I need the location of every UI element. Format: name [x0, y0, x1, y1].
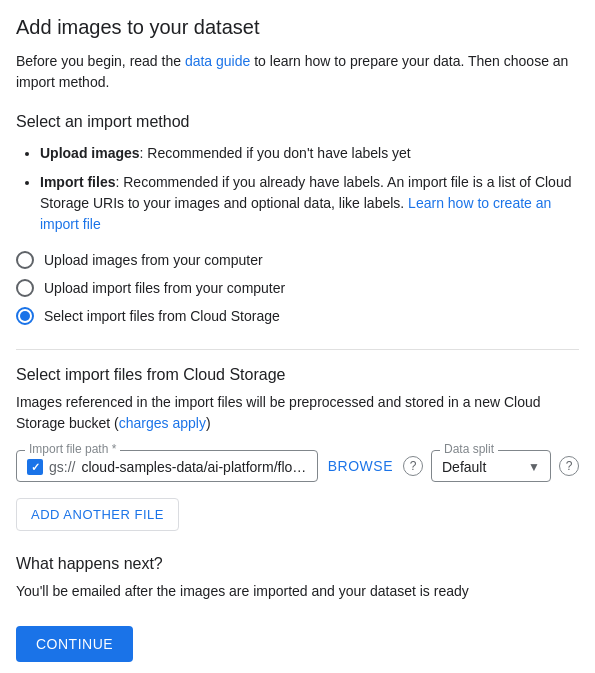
- dropdown-arrow-icon: ▼: [528, 460, 540, 474]
- bullet-import-files-label: Import files: [40, 174, 115, 190]
- radio-upload-images-indicator: [16, 251, 34, 269]
- radio-option-cloud-storage[interactable]: Select import files from Cloud Storage: [16, 307, 579, 325]
- radio-upload-import-label: Upload import files from your computer: [44, 280, 285, 296]
- bullet-import-files: Import files: Recommended if you already…: [40, 172, 579, 235]
- data-split-label: Data split: [440, 442, 498, 456]
- file-path-value: cloud-samples-data/ai-platform/flowers/f…: [81, 459, 306, 475]
- browse-button[interactable]: BROWSE: [326, 454, 395, 478]
- radio-option-upload-images[interactable]: Upload images from your computer: [16, 251, 579, 269]
- radio-option-upload-import[interactable]: Upload import files from your computer: [16, 279, 579, 297]
- charges-apply-link[interactable]: charges apply: [119, 415, 206, 431]
- file-path-help-icon[interactable]: ?: [403, 456, 423, 476]
- page-title: Add images to your dataset: [16, 16, 579, 39]
- radio-upload-images-label: Upload images from your computer: [44, 252, 263, 268]
- radio-cloud-storage-indicator: [16, 307, 34, 325]
- intro-text: Before you begin, read the data guide to…: [16, 51, 579, 93]
- method-bullets: Upload images: Recommended if you don't …: [16, 143, 579, 235]
- file-checked-icon: [27, 459, 43, 475]
- data-split-container: Data split Default ▼: [431, 450, 551, 482]
- radio-upload-import-indicator: [16, 279, 34, 297]
- select-method-title: Select an import method: [16, 113, 579, 131]
- file-path-inner: gs:// cloud-samples-data/ai-platform/flo…: [27, 459, 307, 475]
- add-another-file-button[interactable]: ADD ANOTHER FILE: [16, 498, 179, 531]
- data-guide-link[interactable]: data guide: [185, 53, 250, 69]
- section-divider: [16, 349, 579, 350]
- file-path-row: Import file path * gs:// cloud-samples-d…: [16, 450, 579, 482]
- import-method-radio-group: Upload images from your computer Upload …: [16, 251, 579, 325]
- data-split-help-icon[interactable]: ?: [559, 456, 579, 476]
- what-next-text: You'll be emailed after the images are i…: [16, 581, 579, 602]
- bullet-upload-images-label: Upload images: [40, 145, 140, 161]
- radio-cloud-storage-label: Select import files from Cloud Storage: [44, 308, 280, 324]
- gs-prefix: gs://: [49, 459, 75, 475]
- bullet-upload-images: Upload images: Recommended if you don't …: [40, 143, 579, 164]
- data-split-inner[interactable]: Default ▼: [442, 459, 540, 475]
- file-path-label: Import file path *: [25, 442, 120, 456]
- cloud-section-title: Select import files from Cloud Storage: [16, 366, 579, 384]
- what-next-title: What happens next?: [16, 555, 579, 573]
- data-split-value: Default: [442, 459, 486, 475]
- cloud-description: Images referenced in the import files wi…: [16, 392, 579, 434]
- continue-button[interactable]: CONTINUE: [16, 626, 133, 662]
- file-path-container: Import file path * gs:// cloud-samples-d…: [16, 450, 318, 482]
